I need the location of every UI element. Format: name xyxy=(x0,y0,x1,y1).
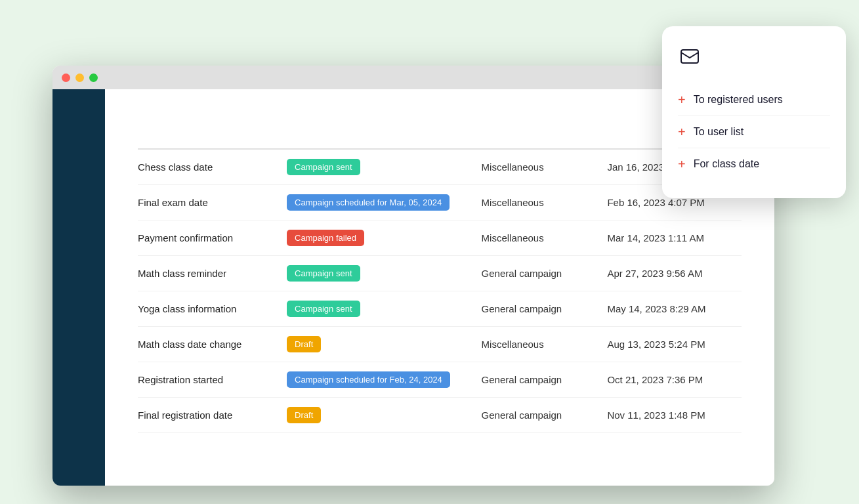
col-header-type xyxy=(482,135,608,149)
campaign-type: Miscellaneous xyxy=(482,185,608,220)
close-button[interactable] xyxy=(62,74,70,82)
campaign-type: Miscellaneous xyxy=(482,327,608,362)
campaign-status: Campaign sent xyxy=(287,149,482,185)
maximize-button[interactable] xyxy=(89,74,98,82)
dropdown-item-0[interactable]: + To registered users xyxy=(678,84,830,116)
plus-icon: + xyxy=(678,125,686,138)
status-badge: Draft xyxy=(287,407,321,423)
campaign-name: Math class reminder xyxy=(138,256,287,291)
campaign-created: Aug 13, 2023 5:24 PM xyxy=(607,327,742,362)
campaign-type: General campaign xyxy=(482,291,608,327)
campaign-name: Chess class date xyxy=(138,149,287,185)
campaign-status: Campaign scheduled for Feb, 24, 2024 xyxy=(287,362,482,398)
campaign-status: Campaign scheduled for Mar, 05, 2024 xyxy=(287,185,482,220)
table-row[interactable]: Math class reminder Campaign sent Genera… xyxy=(138,256,742,291)
campaign-name: Math class date change xyxy=(138,327,287,362)
sidebar xyxy=(52,89,105,486)
campaign-status: Campaign sent xyxy=(287,256,482,291)
table-row[interactable]: Chess class date Campaign sent Miscellan… xyxy=(138,149,742,185)
plus-icon: + xyxy=(678,158,686,171)
campaigns-table: Chess class date Campaign sent Miscellan… xyxy=(138,135,742,433)
campaign-created: Apr 27, 2023 9:56 AM xyxy=(607,256,742,291)
status-badge: Campaign sent xyxy=(287,301,360,317)
plus-icon: + xyxy=(678,93,686,106)
dropdown-item-label: To registered users xyxy=(694,94,783,106)
campaign-status: Draft xyxy=(287,327,482,362)
table-row[interactable]: Registration started Campaign scheduled … xyxy=(138,362,742,398)
campaign-name: Registration started xyxy=(138,362,287,398)
campaign-created: Mar 14, 2023 1:11 AM xyxy=(607,220,742,256)
campaign-status: Draft xyxy=(287,398,482,433)
table-header-row xyxy=(138,135,742,149)
campaign-created: Oct 21, 2023 7:36 PM xyxy=(607,362,742,398)
email-campaigns-dropdown: + To registered users + To user list + F… xyxy=(662,26,846,198)
campaign-status: Campaign failed xyxy=(287,220,482,256)
dropdown-item-label: For class date xyxy=(694,158,759,170)
campaign-type: General campaign xyxy=(482,256,608,291)
campaign-name: Yoga class information xyxy=(138,291,287,327)
dropdown-header xyxy=(678,45,830,68)
email-icon xyxy=(678,45,702,68)
status-badge: Draft xyxy=(287,336,321,352)
table-row[interactable]: Final exam date Campaign scheduled for M… xyxy=(138,185,742,220)
dropdown-item-label: To user list xyxy=(694,126,744,138)
status-badge: Campaign failed xyxy=(287,230,364,246)
dropdown-item-1[interactable]: + To user list xyxy=(678,116,830,148)
table-row[interactable]: Yoga class information Campaign sent Gen… xyxy=(138,291,742,327)
minimize-button[interactable] xyxy=(75,74,84,82)
campaign-created: May 14, 2023 8:29 AM xyxy=(607,291,742,327)
campaign-status: Campaign sent xyxy=(287,291,482,327)
campaign-name: Payment confirmation xyxy=(138,220,287,256)
campaign-name: Final registration date xyxy=(138,398,287,433)
table-row[interactable]: Payment confirmation Campaign failed Mis… xyxy=(138,220,742,256)
campaign-type: General campaign xyxy=(482,398,608,433)
campaign-type: Miscellaneous xyxy=(482,220,608,256)
status-badge: Campaign scheduled for Mar, 05, 2024 xyxy=(287,194,450,211)
col-header-status xyxy=(287,135,482,149)
svg-rect-0 xyxy=(681,50,698,63)
dropdown-item-2[interactable]: + For class date xyxy=(678,148,830,180)
table-row[interactable]: Math class date change Draft Miscellaneo… xyxy=(138,327,742,362)
campaign-type: Miscellaneous xyxy=(482,149,608,185)
status-badge: Campaign sent xyxy=(287,265,360,282)
campaign-type: General campaign xyxy=(482,362,608,398)
status-badge: Campaign scheduled for Feb, 24, 2024 xyxy=(287,371,450,388)
table-row[interactable]: Final registration date Draft General ca… xyxy=(138,398,742,433)
col-header-campaign xyxy=(138,135,287,149)
status-badge: Campaign sent xyxy=(287,159,360,175)
campaign-created: Nov 11, 2023 1:48 PM xyxy=(607,398,742,433)
dropdown-items: + To registered users + To user list + F… xyxy=(678,84,830,180)
campaign-name: Final exam date xyxy=(138,185,287,220)
